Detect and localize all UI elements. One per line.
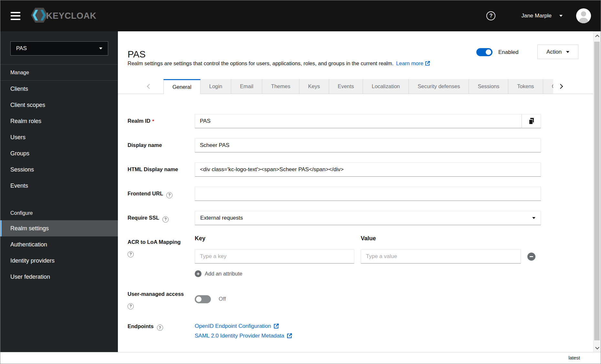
external-link-icon <box>287 333 292 338</box>
html-display-name-row: HTML Display name <box>128 162 541 177</box>
chevron-up-icon <box>595 35 599 39</box>
tab-themes[interactable]: Themes <box>262 79 299 94</box>
learn-more-link[interactable]: Learn more <box>396 60 430 66</box>
sidebar: PAS Manage Clients Client scopes Realm r… <box>0 31 118 352</box>
keycloak-logo: KEYCLOAK <box>31 8 97 24</box>
sidebar-item-identity-providers[interactable]: Identity providers <box>0 253 118 269</box>
require-ssl-row: Require SSL? External requests <box>128 211 541 225</box>
sidebar-item-realm-roles[interactable]: Realm roles <box>0 113 118 129</box>
tab-client-policies-clipped[interactable]: Cli <box>543 79 553 94</box>
tab-keys[interactable]: Keys <box>299 79 329 94</box>
acr-key-input[interactable] <box>195 249 354 264</box>
sidebar-item-client-scopes[interactable]: Client scopes <box>0 97 118 113</box>
tabs-strip: General Login Email Themes Keys Events L… <box>163 79 553 94</box>
realm-id-input[interactable] <box>195 114 522 128</box>
enabled-label: Enabled <box>498 49 518 56</box>
acr-headers: Key Value <box>195 235 541 242</box>
minus-icon <box>530 256 533 257</box>
scroll-up-button[interactable] <box>594 31 601 40</box>
saml-metadata-link[interactable]: SAML 2.0 Identity Provider Metadata <box>195 331 541 341</box>
require-ssl-value: External requests <box>200 215 243 221</box>
chevron-right-icon <box>558 84 563 89</box>
keycloak-admin-console: KEYCLOAK ? Jane Marple PAS Manage Client… <box>0 0 601 364</box>
display-name-row: Display name <box>128 138 541 152</box>
add-attribute-button[interactable]: + Add an attribute <box>195 270 243 277</box>
realm-settings-tabs: General Login Email Themes Keys Events L… <box>118 79 594 94</box>
copy-icon <box>528 118 534 125</box>
tab-events[interactable]: Events <box>329 79 363 94</box>
display-name-label: Display name <box>128 138 195 152</box>
copy-button[interactable] <box>522 114 541 128</box>
keycloak-logo-icon <box>31 8 48 24</box>
external-link-icon <box>274 324 279 329</box>
require-ssl-label: Require SSL? <box>128 211 195 225</box>
external-link-icon <box>425 61 430 66</box>
general-settings-form: Realm ID* <box>128 114 541 351</box>
realm-id-row: Realm ID* <box>128 114 541 128</box>
sidebar-item-events[interactable]: Events <box>0 178 118 194</box>
tab-general[interactable]: General <box>163 79 201 94</box>
help-icon[interactable]: ? <box>166 192 172 198</box>
user-managed-access-row: User-managed access ? Off <box>128 287 541 309</box>
main-content: PAS Realm settings are settings that con… <box>118 31 594 352</box>
sidebar-item-user-federation[interactable]: User federation <box>0 269 118 285</box>
sidebar-item-clients[interactable]: Clients <box>0 81 118 97</box>
frontend-url-row: Frontend URL? <box>128 187 541 201</box>
acr-mapping-row: ACR to LoA Mapping ? Key Value <box>128 235 541 277</box>
required-indicator: * <box>152 118 154 124</box>
nav-group-manage: Manage <box>0 65 118 80</box>
scroll-down-button[interactable] <box>594 343 601 352</box>
nav-toggle-button[interactable] <box>11 12 20 20</box>
chevron-left-icon <box>147 84 152 89</box>
realm-enabled-toggle[interactable] <box>476 48 492 56</box>
user-managed-access-label: User-managed access ? <box>128 287 195 309</box>
tab-email[interactable]: Email <box>231 79 262 94</box>
tab-security-defenses[interactable]: Security defenses <box>409 79 469 94</box>
action-dropdown-button[interactable]: Action <box>537 45 578 59</box>
html-display-name-label: HTML Display name <box>128 162 195 177</box>
chevron-down-icon <box>532 217 535 219</box>
description-text: Realm settings are settings that control… <box>128 60 394 66</box>
user-managed-access-toggle[interactable] <box>195 295 211 303</box>
help-icon[interactable]: ? <box>128 303 134 309</box>
version-label: latest <box>568 355 580 360</box>
plus-circle-icon: + <box>195 270 202 277</box>
tabs-scroll-left-button[interactable] <box>118 79 163 94</box>
help-icon[interactable]: ? <box>157 325 163 331</box>
acr-value-input[interactable] <box>361 249 521 264</box>
chevron-down-icon <box>559 15 563 17</box>
html-display-name-input[interactable] <box>195 162 541 177</box>
tab-tokens[interactable]: Tokens <box>508 79 543 94</box>
sidebar-item-realm-settings[interactable]: Realm settings <box>0 220 118 236</box>
require-ssl-select[interactable]: External requests <box>195 211 541 225</box>
sidebar-item-authentication[interactable]: Authentication <box>0 236 118 253</box>
page-title: PAS <box>128 49 146 60</box>
tab-sessions[interactable]: Sessions <box>469 79 508 94</box>
chevron-down-icon <box>595 345 599 349</box>
realm-selector[interactable]: PAS <box>10 41 108 56</box>
sidebar-item-sessions[interactable]: Sessions <box>0 161 118 178</box>
page-description: Realm settings are settings that control… <box>128 60 430 67</box>
chevron-down-icon <box>99 47 102 49</box>
tab-login[interactable]: Login <box>201 79 231 94</box>
remove-attribute-button[interactable] <box>527 253 535 261</box>
endpoints-row: Endpoints? OpenID Endpoint Configuration… <box>128 319 541 341</box>
display-name-input[interactable] <box>195 138 541 152</box>
frontend-url-input[interactable] <box>195 187 541 201</box>
user-menu[interactable]: Jane Marple <box>521 13 563 19</box>
avatar[interactable] <box>576 8 591 23</box>
sidebar-item-groups[interactable]: Groups <box>0 145 118 161</box>
vertical-scrollbar[interactable] <box>593 31 601 352</box>
frontend-url-label: Frontend URL? <box>128 187 195 201</box>
realm-enabled: Enabled <box>476 48 518 56</box>
help-icon[interactable]: ? <box>162 216 169 223</box>
openid-endpoint-link[interactable]: OpenID Endpoint Configuration <box>195 321 541 331</box>
tab-localization[interactable]: Localization <box>363 79 409 94</box>
tabs-scroll-right-button[interactable] <box>553 79 567 94</box>
scrollbar-thumb[interactable] <box>594 42 600 340</box>
footer: latest <box>0 352 601 364</box>
sidebar-item-users[interactable]: Users <box>0 129 118 145</box>
help-icon[interactable]: ? <box>128 251 134 257</box>
help-icon[interactable]: ? <box>486 11 495 20</box>
user-managed-access-state: Off <box>219 296 226 302</box>
